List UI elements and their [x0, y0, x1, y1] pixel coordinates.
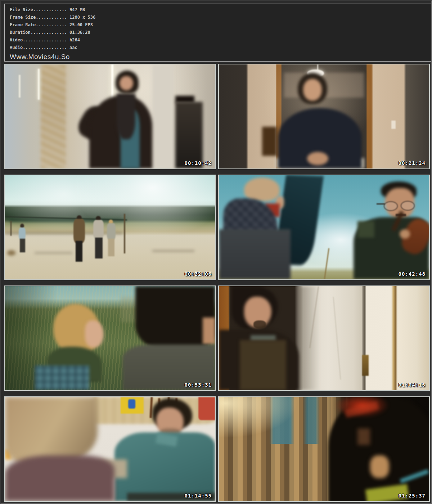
- screenshot-1-loft-man: 00:10:42: [4, 64, 216, 169]
- info-dots: ............: [36, 15, 67, 20]
- info-label: Duration: [10, 30, 31, 35]
- screenshot-5-dune-couple: 00:53:31: [4, 285, 216, 391]
- scene-art: [219, 175, 429, 279]
- info-label: Frame Rate: [10, 22, 36, 27]
- info-line-frame-size: Frame Size............1280 x 536: [10, 14, 432, 21]
- info-dots: ............: [36, 22, 67, 27]
- info-value: aac: [67, 45, 77, 50]
- scene-art: [5, 397, 215, 501]
- website-watermark: Www.Movies4u.So: [10, 53, 432, 61]
- info-value: h264: [67, 37, 80, 42]
- info-label: Frame Size: [10, 15, 36, 20]
- timestamp-overlay: 01:04:13: [399, 382, 426, 388]
- screenshot-8-silhouette: 01:25:37: [218, 396, 430, 502]
- scene-art: [219, 397, 429, 501]
- info-value: 1280 x 536: [67, 15, 95, 20]
- scene-art: [5, 175, 215, 279]
- screenshot-4-flag-violinist: 00:42:48: [218, 175, 430, 280]
- info-dots: ..............: [31, 30, 67, 35]
- media-info-panel: File Size.............947 MB Frame Size.…: [4, 4, 432, 62]
- info-dots: .............: [33, 7, 67, 12]
- screenshot-3-beach-volleyball: 00:32:06: [4, 175, 216, 280]
- info-line-file-size: File Size.............947 MB: [10, 6, 432, 14]
- info-dots: .................: [23, 37, 67, 42]
- info-value: 01:36:20: [67, 30, 90, 35]
- scene-art: [219, 286, 429, 390]
- screenshot-7-table-conversation: 01:14:55: [4, 396, 216, 502]
- info-label: File Size: [10, 7, 33, 12]
- timestamp-overlay: 00:32:06: [185, 271, 212, 277]
- scene-art: [219, 64, 429, 168]
- info-line-frame-rate: Frame Rate............25.00 FPS: [10, 21, 432, 29]
- info-value: 25.00 FPS: [67, 22, 93, 27]
- screenshot-2-seated-man: 00:21:24: [218, 64, 430, 169]
- info-value: 947 MB: [67, 7, 85, 12]
- timestamp-overlay: 00:21:24: [399, 160, 426, 166]
- timestamp-overlay: 00:42:48: [399, 271, 426, 277]
- screenshot-6-hallway-man: 01:04:13: [218, 285, 430, 391]
- info-line-duration: Duration..............01:36:20: [10, 29, 432, 36]
- info-label: Audio: [10, 45, 23, 50]
- info-dots: .................: [23, 45, 67, 50]
- info-line-video: Video.................h264: [10, 36, 432, 44]
- timestamp-overlay: 00:10:42: [185, 160, 212, 166]
- scene-art: [5, 286, 215, 390]
- info-line-audio: Audio.................aac: [10, 44, 432, 51]
- screenshot-sheet: File Size.............947 MB Frame Size.…: [0, 0, 432, 504]
- timestamp-overlay: 01:14:55: [185, 493, 212, 499]
- timestamp-overlay: 00:53:31: [185, 382, 212, 388]
- scene-art: [5, 64, 215, 168]
- timestamp-overlay: 01:25:37: [399, 493, 426, 499]
- info-label: Video: [10, 37, 23, 42]
